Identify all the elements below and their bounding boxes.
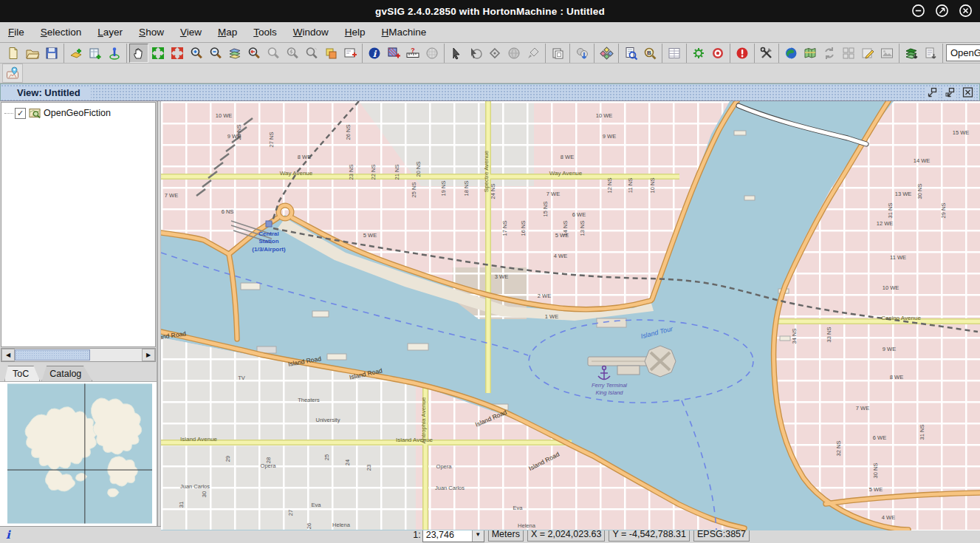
zoom-previous-icon[interactable] [244, 44, 264, 63]
scrollbar-thumb[interactable] [15, 349, 90, 361]
hyperlink-icon[interactable] [384, 44, 403, 63]
page-export-icon[interactable] [921, 44, 940, 63]
menu-show[interactable]: Show [131, 25, 172, 39]
menu-view[interactable]: View [172, 25, 210, 39]
map-label: Spectre Avenue [483, 150, 490, 192]
search-catalog-icon[interactable]: B [640, 44, 659, 63]
scroll-right-arrow-icon[interactable]: ▶ [142, 349, 155, 361]
export-gears-icon[interactable] [572, 44, 592, 63]
view-close-icon[interactable] [962, 86, 974, 98]
menu-map[interactable]: Map [210, 25, 245, 39]
info-icon[interactable]: i [0, 528, 16, 542]
open-project-icon[interactable] [23, 44, 42, 63]
center-point-icon[interactable] [105, 44, 124, 63]
map-label: 20 NS [415, 162, 422, 177]
tab-toc[interactable]: ToC [4, 366, 40, 381]
menu-selection[interactable]: Selection [32, 25, 90, 39]
palette-icon[interactable] [597, 44, 616, 63]
layer-tree-row[interactable]: ✓ OpenGeoFiction [1, 103, 155, 119]
map-label: 28 NS [236, 125, 242, 140]
map-view[interactable]: 10 WE9 WE8 WE10 WE9 WE8 WE7 WE7 WE6 WE5 … [161, 101, 980, 526]
zoom-previous-gray-icon[interactable] [264, 44, 283, 63]
close-icon[interactable] [959, 4, 973, 18]
map-sheet-icon[interactable] [801, 44, 820, 63]
scale-value[interactable]: 23,746 [423, 529, 472, 542]
attribute-table-icon[interactable] [665, 44, 684, 63]
menu-layer[interactable]: Layer [89, 25, 131, 39]
map-label: King Island [595, 389, 623, 396]
edit-pencil-icon[interactable] [858, 44, 877, 63]
menu-file[interactable]: File [0, 25, 32, 39]
map-label: 27 [287, 510, 294, 516]
zoom-extent-icon[interactable] [148, 44, 168, 63]
copy-view-icon[interactable] [321, 44, 340, 63]
menu-window[interactable]: Window [285, 25, 337, 39]
menu-help[interactable]: Help [337, 25, 374, 39]
globe-icon[interactable] [781, 44, 801, 63]
select-polygon-icon[interactable] [485, 44, 504, 63]
layer-label[interactable]: OpenGeoFiction [44, 108, 111, 118]
maximize-icon[interactable] [935, 4, 949, 18]
layer-tree[interactable]: ✓ OpenGeoFiction [1, 102, 156, 347]
search-document-icon[interactable] [621, 44, 640, 63]
save-project-icon[interactable] [42, 44, 61, 63]
view-maximize-icon[interactable] [944, 86, 956, 98]
view-window-titlebar[interactable]: View: Untitled [0, 83, 980, 101]
scale-dropdown-arrow-icon[interactable]: ▼ [472, 529, 484, 542]
secondary-toolbar [0, 64, 980, 83]
select-circle-icon[interactable] [466, 44, 485, 63]
map-label: 13 NS [579, 221, 586, 236]
refresh-icon[interactable] [820, 44, 839, 63]
add-event-layer-icon[interactable] [86, 44, 105, 63]
scrollbar-track[interactable] [15, 349, 142, 361]
zoom-layers-icon[interactable] [225, 44, 244, 63]
select-sphere-icon[interactable] [504, 44, 524, 63]
layers-export-icon[interactable] [902, 44, 921, 63]
menu-bar: FileSelectionLayerShowViewMapToolsWindow… [0, 22, 980, 43]
basemap-combobox-value[interactable]: OpenGeoFiction [947, 47, 980, 58]
layer-visibility-checkbox[interactable]: ✓ [15, 108, 26, 119]
zoom-flash-icon[interactable] [283, 44, 302, 63]
settings-gear-icon[interactable] [689, 44, 708, 63]
zoom-pointer-icon[interactable] [302, 44, 321, 63]
basemap-combobox[interactable]: OpenGeoFiction▼ [946, 44, 980, 61]
image-icon[interactable] [877, 44, 897, 63]
measure-area-icon[interactable] [422, 44, 442, 63]
scroll-left-arrow-icon[interactable]: ◀ [1, 349, 15, 361]
zoom-out-icon[interactable] [206, 44, 225, 63]
map-canvas[interactable]: 10 WE9 WE8 WE10 WE9 WE8 WE7 WE7 WE6 WE5 … [161, 101, 980, 530]
locator-icon[interactable] [2, 64, 23, 83]
menu-hmachine[interactable]: HMachine [374, 25, 435, 39]
map-label: 24 NS [490, 184, 496, 199]
zoom-selected-icon[interactable] [168, 44, 187, 63]
error-indicator-icon[interactable] [733, 44, 752, 63]
tiles-icon[interactable] [839, 44, 858, 63]
toolbox-icon[interactable] [757, 44, 776, 63]
measure-distance-icon[interactable]: ? [403, 44, 422, 63]
add-layer-icon[interactable] [66, 44, 86, 63]
map-label: 12 WE [877, 220, 894, 227]
map-label: 16 NS [520, 221, 527, 236]
zoom-in-icon[interactable] [187, 44, 206, 63]
record-target-icon[interactable] [708, 44, 727, 63]
horizontal-scrollbar[interactable]: ◀ ▶ [1, 348, 156, 362]
map-label: 33 NS [826, 327, 832, 343]
pan-icon[interactable] [129, 44, 148, 63]
new-document-icon[interactable] [4, 44, 23, 63]
view-restore-icon[interactable] [926, 86, 939, 98]
application-window: gvSIG 2.4.0.2850 with HortonMachine : Un… [0, 0, 980, 543]
tab-catalog[interactable]: Catalog [41, 366, 92, 381]
menu-tools[interactable]: Tools [245, 25, 285, 39]
copy-frames-icon[interactable] [548, 44, 567, 63]
map-label: 10 WE [883, 284, 900, 291]
info-icon[interactable]: i [365, 44, 384, 63]
minimize-icon[interactable] [911, 4, 925, 18]
map-label: 25 [323, 454, 330, 460]
view-window-title: View: Untitled [1, 87, 91, 98]
select-brush-icon[interactable] [524, 44, 543, 63]
map-label: 5 WE [869, 486, 883, 493]
map-label: Theaters [298, 397, 320, 403]
overview-map[interactable] [0, 381, 157, 526]
select-point-icon[interactable] [447, 44, 466, 63]
frame-manager-icon[interactable] [340, 44, 360, 63]
